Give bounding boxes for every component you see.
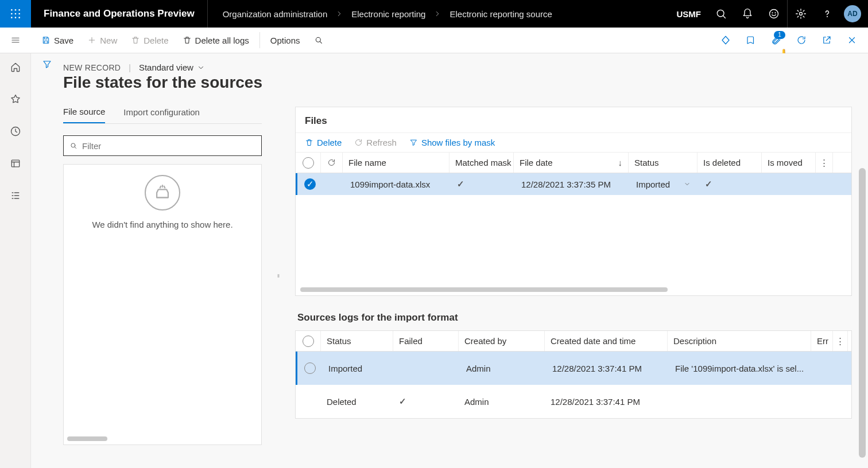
refresh-icon (354, 138, 363, 147)
files-title: Files (296, 107, 851, 132)
svg-point-8 (18, 17, 20, 18)
label: Show files by mask (421, 138, 495, 147)
col-menu[interactable]: ⋮ (833, 331, 848, 351)
grid-header: Status Failed Created by Created date an… (296, 331, 851, 352)
files-grid: File name Matched mask File date↓ Status… (296, 153, 851, 295)
cell-is-deleted: ✓ (699, 179, 764, 189)
notifications-button[interactable] (734, 0, 761, 28)
svg-point-12 (775, 13, 776, 13)
save-button[interactable]: Save (36, 32, 79, 49)
personalize-button[interactable] (715, 30, 736, 50)
row-select[interactable]: ✓ (297, 178, 323, 190)
logs-grid: Status Failed Created by Created date an… (296, 331, 851, 418)
table-row[interactable]: Deleted ✓ Admin 12/28/2021 3:37:41 PM (296, 385, 851, 418)
label: File date (520, 158, 553, 167)
close-button[interactable] (842, 30, 862, 50)
cell-status[interactable]: Imported (630, 180, 699, 189)
row-select[interactable] (297, 362, 323, 374)
select-all[interactable] (296, 331, 321, 351)
search-button[interactable] (708, 0, 734, 28)
filter-pane-toggle[interactable] (31, 53, 63, 468)
bell-icon (742, 8, 753, 20)
col-status[interactable]: Status (321, 331, 393, 351)
rail-home-button[interactable] (4, 57, 27, 77)
col-is-moved[interactable]: Is moved (762, 153, 816, 173)
col-is-deleted[interactable]: Is deleted (698, 153, 762, 173)
col-matched-mask[interactable]: Matched mask (450, 153, 514, 173)
page-body: NEW RECORD | Standard view File states f… (0, 53, 868, 468)
refresh-button[interactable] (791, 30, 812, 50)
table-row[interactable]: Imported Admin 12/28/2021 3:37:41 PM Fil… (296, 352, 851, 385)
tab-import-config[interactable]: Import configuration (123, 107, 200, 123)
chevron-right-icon (335, 10, 343, 18)
files-refresh-button[interactable]: Refresh (354, 138, 397, 147)
files-show-mask-button[interactable]: Show files by mask (409, 138, 495, 147)
global-header: Finance and Operations Preview Organizat… (0, 0, 868, 28)
action-bar-right (715, 30, 868, 50)
split-handle[interactable] (274, 107, 282, 445)
avatar[interactable]: AD (844, 5, 861, 22)
breadcrumb-item[interactable]: Electronic reporting source (450, 9, 552, 19)
delete-button[interactable]: Delete (125, 32, 174, 49)
row-refresh-column[interactable] (321, 153, 343, 173)
trash-icon (305, 138, 313, 147)
help-button[interactable] (814, 0, 840, 28)
col-description[interactable]: Description (668, 331, 811, 351)
feedback-button[interactable] (761, 0, 787, 28)
search-in-page-button[interactable] (308, 32, 329, 48)
rail-modules-button[interactable] (4, 185, 27, 206)
col-created-dt[interactable]: Created date and time (545, 331, 668, 351)
record-tag: NEW RECORD (63, 63, 121, 72)
table-row[interactable]: ✓ 1099import-data.xlsx ✓ 12/28/2021 3:37… (296, 173, 851, 195)
col-status[interactable]: Status (629, 153, 698, 173)
company-picker[interactable]: USMF (670, 9, 708, 19)
check-icon: ✓ (399, 396, 406, 407)
scrollbar-horizontal[interactable] (67, 436, 107, 441)
settings-button[interactable] (788, 0, 814, 28)
main-split: File source Import configuration We didn… (63, 107, 852, 445)
waffle-icon (10, 8, 21, 20)
new-button[interactable]: New (82, 32, 123, 49)
options-button[interactable]: Options (265, 32, 306, 49)
col-failed[interactable]: Failed (393, 331, 459, 351)
app-launcher-button[interactable] (0, 0, 31, 28)
view-picker[interactable]: Standard view (139, 63, 205, 72)
scrollbar-vertical[interactable] (859, 168, 866, 458)
breadcrumb-item[interactable]: Electronic reporting (351, 9, 425, 19)
rail-workspaces-button[interactable] (4, 153, 27, 174)
rail-favorites-button[interactable] (4, 89, 27, 110)
tab-file-source[interactable]: File source (63, 107, 105, 123)
attachments-button[interactable] (766, 30, 786, 50)
grid-header: File name Matched mask File date↓ Status… (296, 153, 851, 173)
label: Delete (317, 138, 342, 147)
nav-collapse-button[interactable] (0, 28, 31, 53)
chevron-down-icon (197, 64, 205, 72)
logs-title: Sources logs for the import format (295, 312, 852, 330)
cell-file-date: 12/28/2021 3:37:35 PM (516, 180, 630, 189)
delete-label: Delete (144, 36, 168, 45)
col-file-name[interactable]: File name (343, 153, 450, 173)
svg-point-18 (71, 143, 75, 147)
col-created-by[interactable]: Created by (459, 331, 545, 351)
col-file-date[interactable]: File date↓ (514, 153, 629, 173)
hamburger-icon (10, 35, 21, 45)
check-icon: ✓ (705, 179, 712, 189)
files-delete-button[interactable]: Delete (305, 138, 342, 147)
breadcrumb-item[interactable]: Organization administration (223, 9, 328, 19)
select-all[interactable] (296, 153, 321, 173)
refresh-icon (327, 158, 336, 167)
col-menu[interactable]: ⋮ (816, 153, 833, 173)
book-icon (746, 35, 756, 45)
popout-button[interactable] (816, 30, 837, 50)
cell-created-dt: 12/28/2021 3:37:41 PM (547, 364, 669, 373)
rail-recent-button[interactable] (4, 121, 27, 142)
col-err[interactable]: Err (811, 331, 833, 351)
save-label: Save (54, 36, 73, 45)
filter-input[interactable] (82, 141, 255, 151)
page-options-button[interactable] (741, 30, 761, 50)
header-right: USMF AD (670, 0, 869, 28)
funnel-icon (409, 138, 418, 147)
check-icon: ✓ (457, 179, 464, 189)
delete-all-logs-button[interactable]: Delete all logs (177, 32, 255, 49)
scrollbar-horizontal[interactable] (300, 287, 668, 292)
